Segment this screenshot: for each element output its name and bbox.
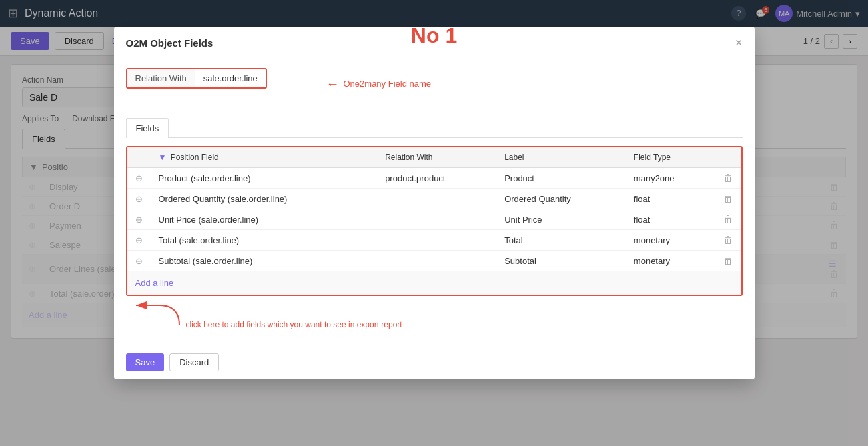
modal-table: ▼ Position Field Relation With Label Fie… bbox=[127, 147, 741, 295]
add-line-row: Add a line bbox=[127, 271, 741, 295]
delete-row-button[interactable]: 🗑 bbox=[723, 235, 733, 245]
position-field-cell: Ordered Quantity (sale.order.line) bbox=[151, 189, 378, 209]
drag-handle-icon: ⊕ bbox=[135, 215, 143, 225]
modal-table-row: ⊕ Unit Price (sale.order.line) Unit Pric… bbox=[127, 209, 741, 230]
label-cell: Product bbox=[496, 168, 626, 189]
field-type-cell: float bbox=[626, 189, 715, 209]
drag-handle-icon: ⊕ bbox=[135, 173, 143, 183]
modal-table-wrapper: ▼ Position Field Relation With Label Fie… bbox=[126, 146, 743, 296]
sort-icon: ▼ bbox=[159, 153, 167, 162]
modal-table-row: ⊕ Total (sale.order.line) Total monetary… bbox=[127, 230, 741, 251]
modal-table-row: ⊕ Product (sale.order.line) product.prod… bbox=[127, 168, 741, 189]
modal-table-header-row: ▼ Position Field Relation With Label Fie… bbox=[127, 147, 741, 168]
relation-with-field: Relation With sale.order.line bbox=[126, 68, 267, 89]
modal-table-row: ⊕ Subtotal (sale.order.line) Subtotal mo… bbox=[127, 251, 741, 271]
relation-with-cell bbox=[377, 230, 496, 251]
drag-handle-icon: ⊕ bbox=[135, 256, 143, 266]
drag-handle-icon: ⊕ bbox=[135, 194, 143, 204]
label-cell: Total bbox=[496, 230, 626, 251]
modal-col-actions bbox=[715, 147, 741, 168]
position-field-cell: Total (sale.order.line) bbox=[151, 230, 378, 251]
modal-tabs: Fields bbox=[126, 118, 743, 138]
relation-with-value: sale.order.line bbox=[195, 69, 266, 87]
drag-handle-icon: ⊕ bbox=[135, 235, 143, 245]
field-type-cell: monetary bbox=[626, 251, 715, 271]
field-type-cell: float bbox=[626, 209, 715, 230]
modal-col-drag bbox=[127, 147, 151, 168]
position-field-cell: Unit Price (sale.order.line) bbox=[151, 209, 378, 230]
relation-with-label: Relation With bbox=[127, 69, 195, 87]
label-cell: Subtotal bbox=[496, 251, 626, 271]
relation-with-cell bbox=[377, 251, 496, 271]
modal-col-label: Label bbox=[496, 147, 626, 168]
delete-row-button[interactable]: 🗑 bbox=[723, 255, 733, 266]
label-cell: Unit Price bbox=[496, 209, 626, 230]
add-line-annotation-area: click here to add fields which you want … bbox=[126, 299, 743, 334]
label-cell: Ordered Quantity bbox=[496, 189, 626, 209]
delete-row-button[interactable]: 🗑 bbox=[723, 173, 733, 183]
modal-add-line-button[interactable]: Add a line bbox=[135, 275, 174, 291]
field-type-cell: many2one bbox=[626, 168, 715, 189]
modal-footer: Save Discard bbox=[114, 345, 755, 347]
modal-title: O2M Object Fields bbox=[126, 37, 213, 49]
modal-overlay: No 1 O2M Object Fields × Relation With s… bbox=[0, 0, 868, 347]
modal-col-position-field: ▼ Position Field bbox=[151, 147, 378, 168]
relation-with-section: Relation With sale.order.line ← One2many… bbox=[126, 68, 743, 98]
modal-col-relation-with: Relation With bbox=[377, 147, 496, 168]
relation-with-cell bbox=[377, 189, 496, 209]
add-line-annotation-text: click here to add fields which you want … bbox=[186, 320, 402, 329]
field-type-cell: monetary bbox=[626, 230, 715, 251]
relation-with-cell bbox=[377, 209, 496, 230]
position-field-cell: Product (sale.order.line) bbox=[151, 168, 378, 189]
relation-with-cell: product.product bbox=[377, 168, 496, 189]
modal-close-button[interactable]: × bbox=[735, 36, 743, 50]
delete-row-button[interactable]: 🗑 bbox=[723, 193, 733, 204]
delete-row-button[interactable]: 🗑 bbox=[723, 214, 733, 225]
position-field-cell: Subtotal (sale.order.line) bbox=[151, 251, 378, 271]
modal-body: Relation With sale.order.line ← One2many… bbox=[114, 57, 755, 345]
modal-header: O2M Object Fields × bbox=[114, 27, 755, 57]
field-name-annotation: ← One2many Field name bbox=[326, 75, 432, 91]
modal: No 1 O2M Object Fields × Relation With s… bbox=[114, 27, 755, 347]
modal-table-row: ⊕ Ordered Quantity (sale.order.line) Ord… bbox=[127, 189, 741, 209]
modal-tab-fields[interactable]: Fields bbox=[126, 118, 169, 138]
modal-col-field-type: Field Type bbox=[626, 147, 715, 168]
